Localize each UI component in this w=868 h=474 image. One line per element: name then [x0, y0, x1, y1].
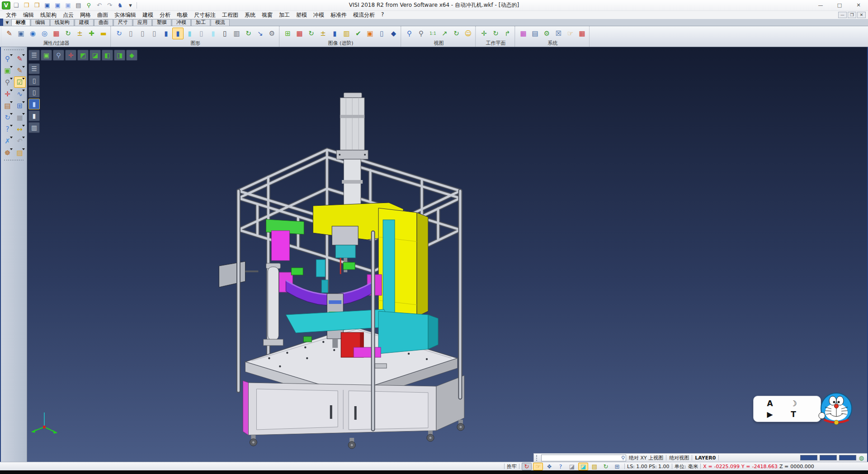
view-ref-label[interactable]: 绝对视图 [669, 455, 689, 461]
print-icon[interactable]: ▤ [74, 1, 83, 9]
visi-logo-icon[interactable]: V [2, 1, 10, 9]
sidebar-grip[interactable] [4, 160, 24, 162]
workplane-create-icon[interactable]: ✛ [478, 28, 490, 39]
view-left-cube-icon[interactable]: ◆ [126, 50, 137, 61]
selection-filter-icon[interactable]: ☞ [565, 28, 576, 39]
qat-overflow-icon[interactable]: ▾ [126, 1, 135, 9]
grid-settings-icon[interactable]: ▦ [576, 28, 588, 39]
regenerate-icon[interactable]: ↻ [2, 112, 14, 123]
hide-entities-icon[interactable]: ◎ [39, 28, 50, 39]
print-preview-icon[interactable]: ⚲ [84, 1, 94, 9]
advanced-show-icon[interactable]: ⊞ [282, 28, 293, 39]
3d-viewport[interactable]: ☰▣⚲✛◩◪◧◨◆ ☰▯▯▮▮▥ A☽▶T [27, 47, 867, 462]
layer-swatch[interactable] [820, 455, 837, 460]
measure-tool-icon[interactable]: ↔ [14, 123, 26, 135]
multi-view-icon[interactable]: ⊞ [612, 463, 622, 470]
doc-close-button[interactable]: ✕ [857, 12, 866, 18]
sidebar-grip[interactable] [4, 49, 24, 52]
display-list-icon[interactable]: ▤ [590, 463, 599, 470]
layer-swatch[interactable] [800, 455, 817, 460]
view-front-cube-icon[interactable]: ◧ [102, 50, 113, 61]
verified-solid-icon[interactable]: ✔ [353, 28, 364, 39]
dark-mode-icon[interactable]: ▯ [219, 28, 231, 39]
wireframe-mode-icon[interactable]: ▯ [125, 28, 137, 39]
shade-flat-icon[interactable]: ▮ [28, 110, 40, 121]
lock-label[interactable]: 拴牢 [507, 463, 517, 470]
auto-rotate-icon[interactable]: ↻ [601, 463, 611, 470]
advanced-filter-icon[interactable]: ▦ [294, 28, 305, 39]
shade-hidden-icon[interactable]: ▯ [28, 87, 40, 98]
match-attributes-icon[interactable]: ▣ [15, 28, 27, 39]
view-bottom-cube-icon[interactable]: ◪ [90, 50, 101, 61]
vp-zoom-extents-icon[interactable]: ▣ [41, 50, 52, 61]
show-entities-icon[interactable]: ◉ [27, 28, 38, 39]
machine-3d-model[interactable] [27, 47, 867, 462]
erase-entity-icon[interactable]: ✎ [14, 53, 26, 64]
context-help-icon[interactable]: ? [556, 463, 566, 470]
macro-icon[interactable]: ♞ [115, 1, 125, 9]
advanced-refresh-icon[interactable]: ↻ [306, 28, 317, 39]
color-table-icon[interactable]: ▦ [518, 28, 529, 39]
solid-view-icon[interactable]: ◆ [388, 28, 399, 39]
shaded-mode-icon[interactable]: ▮ [160, 28, 172, 39]
render-settings-icon[interactable]: ⚙ [266, 28, 278, 39]
view-rotate-icon[interactable]: ↻ [451, 28, 462, 39]
solid-mask-icon[interactable]: ◪ [567, 463, 577, 470]
undo-tool-icon[interactable]: ↶ [14, 135, 26, 147]
vp-iso-view-icon[interactable]: ✛ [65, 50, 76, 61]
edit-attributes-icon[interactable]: ✎ [4, 28, 15, 39]
help-tool-icon[interactable]: ? [2, 123, 14, 135]
zoom-dynamic-tool-icon[interactable]: ⚲ [2, 53, 14, 64]
customize-tool-icon[interactable]: ☸ [2, 147, 14, 158]
striped-cylinder-icon[interactable]: ▥ [341, 28, 352, 39]
units-value[interactable]: 毫米 [688, 463, 698, 470]
delete-tool-icon[interactable]: ✗ [2, 135, 14, 147]
remove-from-view-icon[interactable]: ▬ [98, 28, 109, 39]
ime-symbol[interactable]: A [767, 400, 773, 408]
system-tools-icon[interactable]: ⚙ [541, 28, 552, 39]
new-file-icon[interactable]: ❏ [11, 1, 21, 9]
globe-icon[interactable]: ◍ [859, 455, 865, 461]
active-layer-label[interactable]: LAYER0 [695, 455, 716, 461]
doc-minimize-button[interactable]: — [838, 12, 847, 18]
window-views-icon[interactable]: ⊞ [14, 100, 26, 111]
pick-tool-icon[interactable]: ☞ [533, 463, 543, 470]
maximize-button[interactable]: □ [830, 0, 849, 10]
zoom-window-icon[interactable]: ⚲ [415, 28, 427, 39]
refresh-visibility-icon[interactable]: ↻ [62, 28, 74, 39]
ime-symbol[interactable]: ☽ [790, 400, 797, 408]
transparent-mode-icon[interactable]: ▮ [184, 28, 195, 39]
zoom-dynamic-icon[interactable]: ⚲ [404, 28, 415, 39]
vp-zoom-dynamic-icon[interactable]: ⚲ [53, 50, 64, 61]
dynamic-highlight-icon[interactable]: ◪ [578, 463, 588, 470]
ucs-axes-icon[interactable]: ✛ [2, 88, 14, 100]
shade-mesh-icon[interactable]: ▥ [28, 122, 40, 133]
scale-label[interactable]: LS: 1.00 PS: 1.00 [627, 464, 670, 469]
zoom-actual-icon[interactable]: 1:1 [427, 28, 439, 39]
undo-icon[interactable]: ↶ [94, 1, 104, 9]
redo-icon[interactable]: ↷ [105, 1, 114, 9]
search-input[interactable] [542, 455, 620, 461]
update-shading-icon[interactable]: ↻ [243, 28, 254, 39]
close-button[interactable]: ✕ [849, 0, 868, 10]
selection-toggle-icon[interactable]: ☑ [14, 76, 26, 88]
minimize-button[interactable]: — [811, 0, 830, 10]
zoom-extents-tool-icon[interactable]: ▣ [2, 65, 14, 76]
solid-preview-icon[interactable]: ■ [14, 112, 26, 123]
add-to-view-icon[interactable]: ✚ [86, 28, 97, 39]
view-top-cube-icon[interactable]: ◩ [77, 50, 89, 61]
workplane-rotate-icon[interactable]: ↻ [490, 28, 501, 39]
save-all-icon[interactable]: ▣ [63, 1, 73, 9]
save-icon[interactable]: ▣ [42, 1, 52, 9]
shade-wireframe-icon[interactable]: ▯ [28, 75, 40, 86]
shade-solid-icon[interactable]: ▮ [28, 99, 40, 109]
solid-cylinder-icon[interactable]: ▮ [329, 28, 340, 39]
view-right-cube-icon[interactable]: ◨ [114, 50, 125, 61]
view-eye-icon[interactable]: ☺ [462, 28, 474, 39]
search-icon[interactable]: ⚲ [620, 455, 626, 461]
statusbar-grip[interactable] [536, 455, 538, 461]
edit-entity-icon[interactable]: ✎ [14, 65, 26, 76]
export-solid-icon[interactable]: ▣ [364, 28, 376, 39]
ime-symbol[interactable]: T [791, 411, 796, 418]
snap-tool-icon[interactable]: ❖ [544, 463, 554, 470]
